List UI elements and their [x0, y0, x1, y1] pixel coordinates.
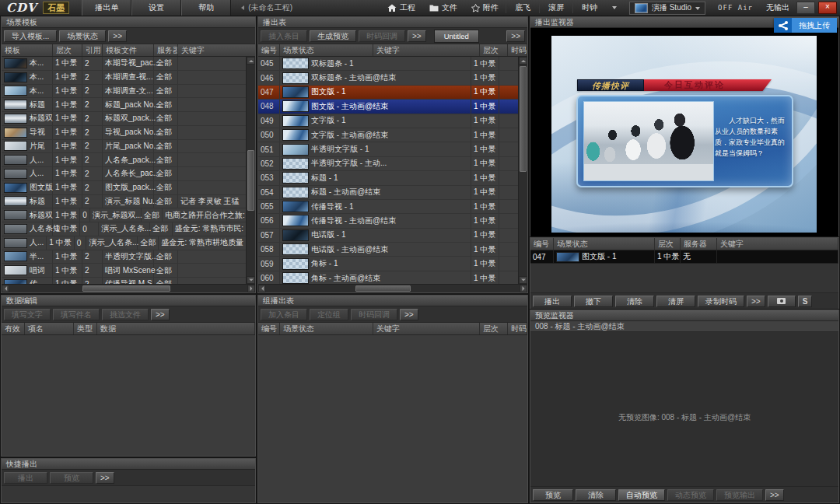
fill-filename-button[interactable]: 填写件名	[53, 309, 100, 320]
playlist-row[interactable]: 056 传播导视 - 主动画@结束 1 中景	[258, 214, 519, 228]
scroll-down-icon[interactable]	[519, 276, 527, 284]
scroll-thumb[interactable]	[520, 66, 527, 172]
template-row[interactable]: 传... 1 中景 2 传播导视 M.S... 全部	[2, 278, 247, 284]
template-h-scrollbar[interactable]	[2, 284, 255, 292]
studio-selector[interactable]: 演播 Studio	[629, 2, 705, 15]
timecode-callback-button[interactable]: 时码回调	[351, 309, 397, 320]
playlist-row[interactable]: 054 标题 - 主动画@结束 1 中景	[258, 186, 519, 200]
playlist-row[interactable]: 049 文字版 - 1 1 中景	[258, 114, 519, 128]
column-header[interactable]: 层次	[480, 44, 508, 56]
template-row[interactable]: 图文版 1 中景 2 图文版_pack... 全部	[2, 181, 247, 195]
quick-playout-button[interactable]: 播出	[4, 472, 47, 484]
template-v-scrollbar[interactable]	[246, 57, 255, 284]
template-row[interactable]: 本... 1 中景 2 本期调查-文... 全部	[2, 85, 247, 99]
playlist-row[interactable]: 057 电话版 - 1 1 中景	[258, 229, 519, 243]
playlist-row[interactable]: 051 半透明文字版 - 1 1 中景	[258, 142, 519, 156]
template-more-button[interactable]: >>	[108, 30, 127, 42]
column-header[interactable]: 类型	[74, 323, 97, 334]
clear-screen-button[interactable]: 清屏	[656, 296, 695, 307]
column-header[interactable]: 编号	[258, 323, 280, 334]
s-button[interactable]: S	[798, 296, 813, 307]
template-row[interactable]: 唱词 1 中景 2 唱词 MxScene 全部	[2, 264, 247, 278]
group-more-button[interactable]: >>	[400, 309, 418, 320]
scroll-right-icon[interactable]	[247, 285, 255, 292]
template-row[interactable]: 标题 1 中景 2 标题_pack No... 全部	[2, 98, 247, 112]
column-header[interactable]: 项名	[25, 323, 74, 334]
playlist-row[interactable]: 052 半透明文字版 - 主动... 1 中景	[258, 157, 519, 171]
template-row[interactable]: 人... 1 中景 2 人名条长_pac... 全部	[2, 167, 247, 181]
template-row[interactable]: 片尾 1 中景 2 片尾_pack No... 全部	[2, 140, 247, 154]
template-row[interactable]: 标题双 1 中景 0 演示_标题双... 全部 电商之路开启合作之旅:	[2, 208, 247, 222]
takedown-button[interactable]: 撤下	[574, 296, 613, 307]
record-timecode-button[interactable]: 录制时码	[698, 296, 744, 307]
scroll-right-icon[interactable]	[520, 285, 527, 292]
menu-bottom-crawl[interactable]: 底飞	[506, 2, 539, 13]
template-row[interactable]: 人名条短 1 中景 0 演示_人名条... 全部 盛金元: 常熟市市民:	[2, 222, 247, 236]
column-header[interactable]: 关键字	[373, 44, 480, 56]
onair-row[interactable]: 047 图文版 - 1 1 中景 无	[530, 250, 838, 264]
tab-untitled[interactable]: Untitled	[434, 30, 479, 43]
column-header[interactable]: 层次	[655, 238, 681, 250]
template-row[interactable]: 标题 1 中景 2 演示_标题 Nu... 全部 记者 李灵敏 王猛	[2, 195, 247, 209]
nav-project[interactable]: 工程	[380, 2, 422, 13]
fill-text-button[interactable]: 填写文字	[4, 309, 51, 320]
template-row[interactable]: 本... 1 中景 2 本期导视_pac... 全部	[2, 57, 247, 71]
menu-settings[interactable]: 设置	[131, 0, 181, 16]
playlist-row[interactable]: 045 双标题条 - 1 1 中景	[258, 57, 519, 71]
column-header[interactable]: 有效	[2, 323, 25, 334]
auto-preview-button[interactable]: 自动预览	[618, 489, 665, 501]
close-button[interactable]: ×	[818, 2, 837, 14]
onair-more-button[interactable]: >>	[747, 296, 765, 307]
menu-clock[interactable]: 时钟	[572, 2, 606, 13]
template-row[interactable]: 人... 1 中景 0 演示_人名条... 全部 盛金元: 常熟市耕地质量	[2, 236, 247, 250]
add-entry-button[interactable]: 加入条目	[261, 309, 307, 320]
playlist-row[interactable]: 047 图文版 - 1 1 中景	[258, 86, 519, 100]
template-row[interactable]: 导视 1 中景 2 导视_pack No... 全部	[2, 126, 247, 140]
column-header[interactable]: 关键字	[717, 238, 838, 250]
playlist-tabs-more-button[interactable]: >>	[506, 30, 525, 42]
preview-more-button[interactable]: >>	[765, 489, 784, 501]
timecode-callback-button[interactable]: 时码回调	[359, 30, 405, 42]
menu-help[interactable]: 帮助	[181, 0, 231, 16]
playlist-row[interactable]: 058 电话版 - 主动画@结束 1 中景	[258, 243, 519, 257]
column-header[interactable]: 编号	[530, 238, 554, 250]
playlist-row[interactable]: 055 传播导视 - 1 1 中景	[258, 200, 519, 214]
scroll-thumb[interactable]	[82, 285, 170, 292]
playlist-more-button[interactable]: >>	[408, 30, 426, 42]
tools-dropdown[interactable]	[606, 3, 623, 13]
playlist-row[interactable]: 046 双标题条 - 主动画@结束 1 中景	[258, 71, 519, 85]
column-header[interactable]: 层次	[480, 323, 508, 334]
preview-clear-button[interactable]: 清除	[576, 489, 616, 501]
column-header[interactable]: 场景状态	[280, 323, 373, 334]
column-header[interactable]: 模板文件	[103, 44, 154, 56]
playlist-row[interactable]: 053 标题 - 1 1 中景	[258, 171, 519, 185]
drag-upload-button[interactable]: 拖拽上传	[774, 18, 837, 33]
data-edit-more-button[interactable]: >>	[151, 309, 170, 320]
playlist-row[interactable]: 050 文字版 - 主动画@结束 1 中景	[258, 128, 519, 142]
menu-playout-list[interactable]: 播出单	[82, 0, 131, 16]
template-row[interactable]: 本... 1 中景 2 本期调查-视... 全部	[2, 71, 247, 85]
import-template-button[interactable]: 导入模板...	[4, 30, 57, 42]
column-header[interactable]: 时码	[508, 44, 527, 56]
scroll-up-icon[interactable]	[247, 57, 255, 65]
pick-file-button[interactable]: 挑选文件	[102, 309, 149, 320]
scroll-thumb[interactable]	[247, 150, 254, 211]
column-header[interactable]: 场景状态	[280, 44, 373, 56]
column-header[interactable]: 关键字	[178, 44, 255, 56]
playlist-row[interactable]: 059 角标 - 1 1 中景	[258, 257, 519, 271]
generate-preview-button[interactable]: 生成预览	[310, 30, 356, 42]
scroll-thumb[interactable]	[355, 285, 411, 292]
nav-attachment[interactable]: 附件	[464, 2, 506, 13]
column-header[interactable]: 模板	[2, 44, 53, 56]
column-header[interactable]: 编号	[258, 44, 280, 56]
column-header[interactable]: 引用	[82, 44, 103, 56]
template-row[interactable]: 半... 1 中景 2 半透明文字版... 全部	[2, 250, 247, 264]
clear-button[interactable]: 清除	[615, 296, 654, 307]
column-header[interactable]: 服务器	[154, 44, 178, 56]
column-header[interactable]: 层次	[53, 44, 82, 56]
insert-entry-button[interactable]: 插入条目	[261, 30, 307, 42]
nav-file[interactable]: 文件	[422, 2, 464, 13]
quick-preview-button[interactable]: 预览	[50, 472, 93, 484]
playout-button[interactable]: 播出	[533, 296, 572, 307]
scroll-up-icon[interactable]	[519, 57, 527, 65]
